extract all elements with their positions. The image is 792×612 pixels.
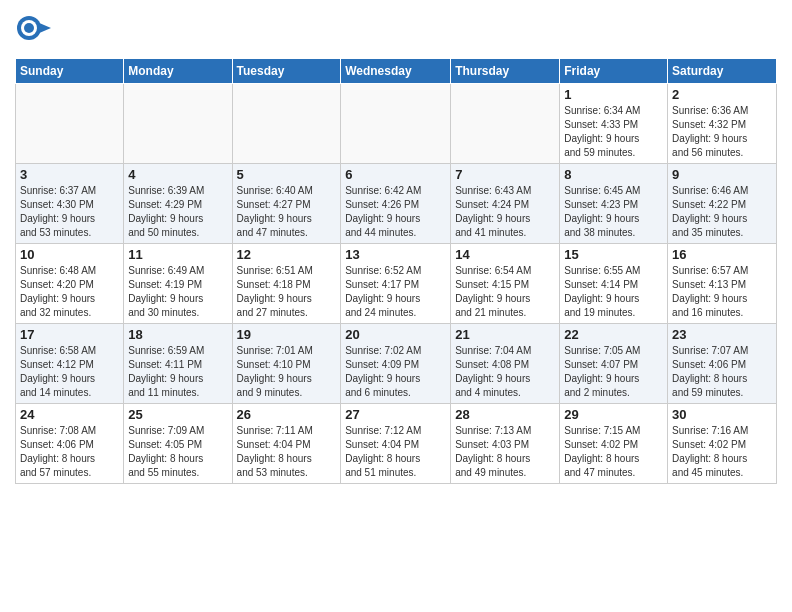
day-number: 23 (672, 327, 772, 342)
page-header (15, 10, 777, 50)
calendar-week-row: 17Sunrise: 6:58 AM Sunset: 4:12 PM Dayli… (16, 324, 777, 404)
day-info: Sunrise: 6:43 AM Sunset: 4:24 PM Dayligh… (455, 184, 555, 240)
calendar-cell: 4Sunrise: 6:39 AM Sunset: 4:29 PM Daylig… (124, 164, 232, 244)
day-number: 3 (20, 167, 119, 182)
day-number: 30 (672, 407, 772, 422)
day-info: Sunrise: 6:51 AM Sunset: 4:18 PM Dayligh… (237, 264, 337, 320)
calendar-cell: 27Sunrise: 7:12 AM Sunset: 4:04 PM Dayli… (341, 404, 451, 484)
day-number: 17 (20, 327, 119, 342)
weekday-header-thursday: Thursday (451, 59, 560, 84)
calendar-cell: 2Sunrise: 6:36 AM Sunset: 4:32 PM Daylig… (668, 84, 777, 164)
day-info: Sunrise: 6:45 AM Sunset: 4:23 PM Dayligh… (564, 184, 663, 240)
calendar-cell: 9Sunrise: 6:46 AM Sunset: 4:22 PM Daylig… (668, 164, 777, 244)
day-info: Sunrise: 6:59 AM Sunset: 4:11 PM Dayligh… (128, 344, 227, 400)
day-number: 19 (237, 327, 337, 342)
day-info: Sunrise: 6:34 AM Sunset: 4:33 PM Dayligh… (564, 104, 663, 160)
day-info: Sunrise: 6:52 AM Sunset: 4:17 PM Dayligh… (345, 264, 446, 320)
day-info: Sunrise: 6:55 AM Sunset: 4:14 PM Dayligh… (564, 264, 663, 320)
day-info: Sunrise: 7:02 AM Sunset: 4:09 PM Dayligh… (345, 344, 446, 400)
weekday-header-friday: Friday (560, 59, 668, 84)
calendar-cell: 8Sunrise: 6:45 AM Sunset: 4:23 PM Daylig… (560, 164, 668, 244)
day-number: 18 (128, 327, 227, 342)
day-info: Sunrise: 6:37 AM Sunset: 4:30 PM Dayligh… (20, 184, 119, 240)
calendar-cell: 11Sunrise: 6:49 AM Sunset: 4:19 PM Dayli… (124, 244, 232, 324)
calendar-cell (232, 84, 341, 164)
day-info: Sunrise: 7:16 AM Sunset: 4:02 PM Dayligh… (672, 424, 772, 480)
calendar-week-row: 24Sunrise: 7:08 AM Sunset: 4:06 PM Dayli… (16, 404, 777, 484)
day-info: Sunrise: 7:11 AM Sunset: 4:04 PM Dayligh… (237, 424, 337, 480)
weekday-header-tuesday: Tuesday (232, 59, 341, 84)
calendar-cell: 21Sunrise: 7:04 AM Sunset: 4:08 PM Dayli… (451, 324, 560, 404)
calendar-table: SundayMondayTuesdayWednesdayThursdayFrid… (15, 58, 777, 484)
day-number: 13 (345, 247, 446, 262)
day-number: 16 (672, 247, 772, 262)
day-number: 27 (345, 407, 446, 422)
calendar-cell: 12Sunrise: 6:51 AM Sunset: 4:18 PM Dayli… (232, 244, 341, 324)
calendar-cell: 10Sunrise: 6:48 AM Sunset: 4:20 PM Dayli… (16, 244, 124, 324)
calendar-cell: 15Sunrise: 6:55 AM Sunset: 4:14 PM Dayli… (560, 244, 668, 324)
calendar-cell: 18Sunrise: 6:59 AM Sunset: 4:11 PM Dayli… (124, 324, 232, 404)
day-number: 9 (672, 167, 772, 182)
calendar-cell: 25Sunrise: 7:09 AM Sunset: 4:05 PM Dayli… (124, 404, 232, 484)
svg-marker-3 (37, 22, 51, 34)
day-number: 14 (455, 247, 555, 262)
calendar-cell: 14Sunrise: 6:54 AM Sunset: 4:15 PM Dayli… (451, 244, 560, 324)
day-info: Sunrise: 6:40 AM Sunset: 4:27 PM Dayligh… (237, 184, 337, 240)
day-info: Sunrise: 6:42 AM Sunset: 4:26 PM Dayligh… (345, 184, 446, 240)
calendar-cell (16, 84, 124, 164)
day-info: Sunrise: 7:09 AM Sunset: 4:05 PM Dayligh… (128, 424, 227, 480)
weekday-header-sunday: Sunday (16, 59, 124, 84)
logo-icon (15, 14, 51, 50)
day-number: 28 (455, 407, 555, 422)
day-number: 26 (237, 407, 337, 422)
weekday-header-wednesday: Wednesday (341, 59, 451, 84)
day-info: Sunrise: 6:58 AM Sunset: 4:12 PM Dayligh… (20, 344, 119, 400)
calendar-cell: 13Sunrise: 6:52 AM Sunset: 4:17 PM Dayli… (341, 244, 451, 324)
calendar-cell: 3Sunrise: 6:37 AM Sunset: 4:30 PM Daylig… (16, 164, 124, 244)
day-info: Sunrise: 6:46 AM Sunset: 4:22 PM Dayligh… (672, 184, 772, 240)
day-number: 20 (345, 327, 446, 342)
day-number: 10 (20, 247, 119, 262)
logo (15, 14, 55, 50)
calendar-cell (124, 84, 232, 164)
day-info: Sunrise: 7:07 AM Sunset: 4:06 PM Dayligh… (672, 344, 772, 400)
weekday-header-monday: Monday (124, 59, 232, 84)
calendar-cell: 24Sunrise: 7:08 AM Sunset: 4:06 PM Dayli… (16, 404, 124, 484)
day-number: 2 (672, 87, 772, 102)
day-info: Sunrise: 7:13 AM Sunset: 4:03 PM Dayligh… (455, 424, 555, 480)
day-number: 25 (128, 407, 227, 422)
day-info: Sunrise: 7:12 AM Sunset: 4:04 PM Dayligh… (345, 424, 446, 480)
day-number: 7 (455, 167, 555, 182)
day-number: 8 (564, 167, 663, 182)
calendar-week-row: 10Sunrise: 6:48 AM Sunset: 4:20 PM Dayli… (16, 244, 777, 324)
day-info: Sunrise: 6:48 AM Sunset: 4:20 PM Dayligh… (20, 264, 119, 320)
calendar-cell (341, 84, 451, 164)
day-number: 29 (564, 407, 663, 422)
calendar-cell: 19Sunrise: 7:01 AM Sunset: 4:10 PM Dayli… (232, 324, 341, 404)
calendar-cell: 23Sunrise: 7:07 AM Sunset: 4:06 PM Dayli… (668, 324, 777, 404)
day-info: Sunrise: 7:05 AM Sunset: 4:07 PM Dayligh… (564, 344, 663, 400)
day-number: 5 (237, 167, 337, 182)
day-info: Sunrise: 7:01 AM Sunset: 4:10 PM Dayligh… (237, 344, 337, 400)
calendar-cell: 26Sunrise: 7:11 AM Sunset: 4:04 PM Dayli… (232, 404, 341, 484)
day-number: 24 (20, 407, 119, 422)
calendar-cell: 20Sunrise: 7:02 AM Sunset: 4:09 PM Dayli… (341, 324, 451, 404)
calendar-cell: 16Sunrise: 6:57 AM Sunset: 4:13 PM Dayli… (668, 244, 777, 324)
day-info: Sunrise: 6:57 AM Sunset: 4:13 PM Dayligh… (672, 264, 772, 320)
day-info: Sunrise: 6:54 AM Sunset: 4:15 PM Dayligh… (455, 264, 555, 320)
day-number: 22 (564, 327, 663, 342)
day-number: 1 (564, 87, 663, 102)
day-info: Sunrise: 7:04 AM Sunset: 4:08 PM Dayligh… (455, 344, 555, 400)
day-number: 15 (564, 247, 663, 262)
calendar-cell: 5Sunrise: 6:40 AM Sunset: 4:27 PM Daylig… (232, 164, 341, 244)
calendar-cell (451, 84, 560, 164)
weekday-header-saturday: Saturday (668, 59, 777, 84)
calendar-cell: 22Sunrise: 7:05 AM Sunset: 4:07 PM Dayli… (560, 324, 668, 404)
calendar-cell: 6Sunrise: 6:42 AM Sunset: 4:26 PM Daylig… (341, 164, 451, 244)
day-info: Sunrise: 6:39 AM Sunset: 4:29 PM Dayligh… (128, 184, 227, 240)
day-number: 4 (128, 167, 227, 182)
day-number: 21 (455, 327, 555, 342)
calendar-cell: 29Sunrise: 7:15 AM Sunset: 4:02 PM Dayli… (560, 404, 668, 484)
calendar-cell: 1Sunrise: 6:34 AM Sunset: 4:33 PM Daylig… (560, 84, 668, 164)
svg-point-2 (24, 23, 34, 33)
